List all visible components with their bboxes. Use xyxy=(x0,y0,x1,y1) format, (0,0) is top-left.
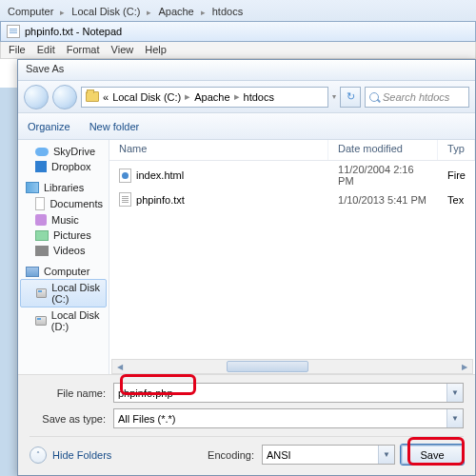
dialog-titlebar[interactable]: Save As xyxy=(18,60,475,81)
nav-forward-button[interactable] xyxy=(52,85,77,109)
crumb[interactable]: Computer xyxy=(8,6,53,17)
filename-label: File name: xyxy=(30,387,113,399)
pictures-icon xyxy=(35,230,49,241)
notepad-titlebar[interactable]: phpinfo.txt - Notepad xyxy=(0,21,476,42)
scroll-left-arrow[interactable]: ◀ xyxy=(113,361,127,372)
notepad-icon xyxy=(7,25,20,38)
dialog-navbar: « Local Disk (C:)▸ Apache▸ htdocs ▾ ↻ Se… xyxy=(18,81,475,113)
file-row[interactable]: index.html 11/20/2004 2:16 PM Fire xyxy=(109,161,475,189)
sidebar-label: Local Disk (D:) xyxy=(51,309,103,332)
crumb[interactable]: htdocs xyxy=(212,6,243,17)
file-name: index.html xyxy=(136,169,184,181)
sidebar-label: Pictures xyxy=(53,229,91,241)
file-date: 11/20/2004 2:16 PM xyxy=(328,164,438,187)
encoding-select[interactable]: ANSI ▼ xyxy=(262,445,395,465)
addr-prefix: « xyxy=(103,91,109,103)
chevron-down-icon[interactable]: ▼ xyxy=(446,384,463,402)
sidebar-item-pictures[interactable]: Pictures xyxy=(18,228,109,243)
chevron-down-icon[interactable]: ▼ xyxy=(446,409,463,427)
hide-folders-toggle[interactable]: ˄ Hide Folders xyxy=(30,446,111,464)
crumb[interactable]: Apache xyxy=(158,6,193,17)
column-header-date[interactable]: Date modified xyxy=(328,140,438,160)
column-header-row: Name Date modified Typ xyxy=(109,140,475,161)
file-type: Tex xyxy=(438,194,473,206)
computer-icon xyxy=(26,267,39,277)
file-date: 1/10/2013 5:41 PM xyxy=(328,194,438,206)
sidebar-label: Documents xyxy=(50,198,103,209)
notepad-menubar: File Edit Format View Help xyxy=(0,42,476,59)
sidebar-item-local-d[interactable]: Local Disk (D:) xyxy=(18,307,109,334)
drive-icon xyxy=(35,316,47,326)
crumb[interactable]: Local Disk (C:) xyxy=(112,91,181,103)
sidebar-label: Libraries xyxy=(44,182,84,193)
sidebar-label: Computer xyxy=(44,266,89,277)
dialog-title: Save As xyxy=(26,63,64,74)
scroll-thumb[interactable] xyxy=(227,361,308,372)
sidebar-item-dropbox[interactable]: Dropbox xyxy=(18,159,109,174)
file-row[interactable]: phpinfo.txt 1/10/2013 5:41 PM Tex xyxy=(109,189,475,209)
crumb[interactable]: Local Disk (C:) xyxy=(71,6,140,17)
save-as-dialog: Save As « Local Disk (C:)▸ Apache▸ htdoc… xyxy=(17,59,476,476)
horizontal-scrollbar[interactable]: ◀ ▶ xyxy=(111,359,473,374)
save-form: File name: phpinfo.php ▼ Save as type: A… xyxy=(18,374,475,470)
menu-help[interactable]: Help xyxy=(145,44,167,56)
column-header-name[interactable]: Name xyxy=(109,140,328,160)
chevron-up-icon: ˄ xyxy=(30,446,47,464)
text-file-icon xyxy=(119,192,131,207)
encoding-value: ANSI xyxy=(267,449,291,461)
menu-format[interactable]: Format xyxy=(67,44,100,56)
crumb[interactable]: htdocs xyxy=(244,91,274,103)
menu-file[interactable]: File xyxy=(9,44,26,56)
savetype-value: All Files (*.*) xyxy=(118,413,176,425)
file-list: Name Date modified Typ index.html 11/20/… xyxy=(109,140,475,374)
crumb[interactable]: Apache xyxy=(194,91,229,103)
refresh-icon: ↻ xyxy=(347,90,355,103)
sidebar-item-libraries[interactable]: Libraries xyxy=(18,180,109,195)
column-header-type[interactable]: Typ xyxy=(438,140,475,160)
window-title: phpinfo.txt - Notepad xyxy=(25,26,122,37)
refresh-button[interactable]: ↻ xyxy=(340,87,361,108)
new-folder-button[interactable]: New folder xyxy=(89,121,140,132)
sidebar-item-music[interactable]: Music xyxy=(18,212,109,228)
search-icon xyxy=(369,92,379,102)
sidebar-item-skydrive[interactable]: SkyDrive xyxy=(18,144,109,159)
menu-view[interactable]: View xyxy=(111,44,134,56)
html-file-icon xyxy=(119,169,131,183)
explorer-breadcrumb[interactable]: Computer Local Disk (C:) Apache htdocs xyxy=(8,6,243,17)
search-input[interactable]: Search htdocs xyxy=(365,87,469,108)
videos-icon xyxy=(35,246,49,256)
sidebar-label: Local Disk (C:) xyxy=(51,282,100,305)
cloud-icon xyxy=(35,148,49,156)
sidebar-label: Dropbox xyxy=(51,161,91,172)
chevron-down-icon[interactable]: ▼ xyxy=(378,446,394,464)
sidebar-label: Videos xyxy=(53,245,85,256)
savetype-label: Save as type: xyxy=(30,413,113,425)
nav-sidebar: SkyDrive Dropbox Libraries Documents Mus… xyxy=(18,140,109,374)
sidebar-item-local-c[interactable]: Local Disk (C:) xyxy=(20,279,107,307)
filename-value: phpinfo.php xyxy=(118,387,173,399)
save-button[interactable]: Save xyxy=(401,445,464,465)
folder-icon xyxy=(86,91,99,102)
sidebar-label: SkyDrive xyxy=(53,146,95,157)
dialog-toolbar: Organize New folder xyxy=(18,113,475,140)
scroll-right-arrow[interactable]: ▶ xyxy=(458,361,471,372)
file-name: phpinfo.txt xyxy=(136,194,185,206)
sidebar-label: Music xyxy=(51,214,79,226)
organize-menu[interactable]: Organize xyxy=(28,121,70,132)
documents-icon xyxy=(35,197,45,210)
filename-input[interactable]: phpinfo.php ▼ xyxy=(113,383,464,403)
sidebar-item-documents[interactable]: Documents xyxy=(18,195,109,212)
nav-back-button[interactable] xyxy=(24,85,49,109)
savetype-select[interactable]: All Files (*.*) ▼ xyxy=(113,408,464,428)
search-placeholder: Search htdocs xyxy=(383,91,449,103)
drive-icon xyxy=(36,288,47,298)
sidebar-item-computer[interactable]: Computer xyxy=(18,264,109,279)
file-type: Fire xyxy=(438,169,475,181)
music-icon xyxy=(35,214,47,226)
encoding-label: Encoding: xyxy=(208,449,254,461)
hide-folders-label: Hide Folders xyxy=(52,449,111,461)
address-bar[interactable]: « Local Disk (C:)▸ Apache▸ htdocs xyxy=(81,87,328,108)
menu-edit[interactable]: Edit xyxy=(37,44,55,56)
dropbox-icon xyxy=(35,161,47,172)
sidebar-item-videos[interactable]: Videos xyxy=(18,243,109,258)
